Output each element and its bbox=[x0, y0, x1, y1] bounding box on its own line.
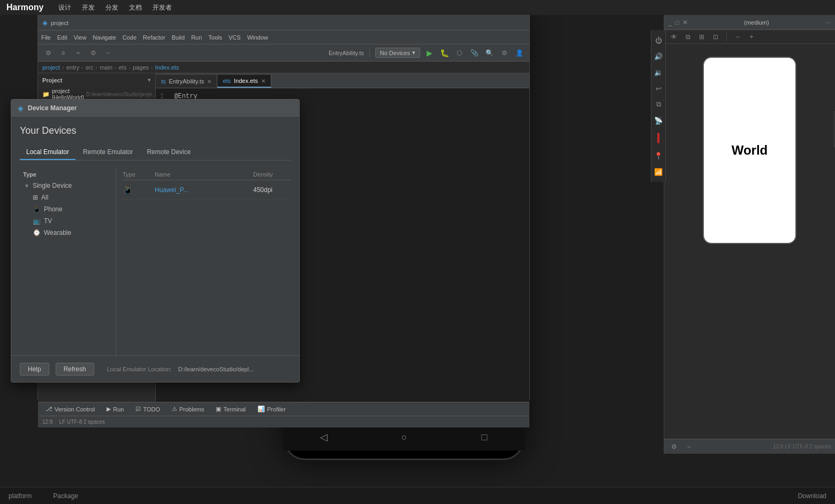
menu-vcs[interactable]: VCS bbox=[229, 34, 241, 41]
menu-edit[interactable]: Edit bbox=[57, 34, 67, 41]
rp-layers-icon[interactable]: ⧉ bbox=[682, 32, 693, 42]
col-density-header: Density bbox=[253, 171, 291, 178]
toolbar-gear2-icon[interactable]: ⚙ bbox=[498, 47, 510, 59]
tab-close-icon[interactable]: ✕ bbox=[207, 79, 211, 85]
run-button[interactable]: ▶ bbox=[423, 47, 435, 59]
editor-tabs: ts EntryAbility.ts ✕ ets Index.ets ✕ bbox=[156, 73, 529, 88]
toolbar-config-icon[interactable]: ≈ bbox=[72, 47, 84, 59]
no-devices-selector[interactable]: No Devices ▾ bbox=[375, 48, 420, 58]
tab-entryability[interactable]: ts EntryAbility.ts ✕ bbox=[156, 75, 217, 88]
dm-tree-tv[interactable]: 📺 TV bbox=[20, 215, 111, 227]
rp-zoom-in-icon[interactable]: + bbox=[746, 32, 757, 42]
project-panel-header: Project ▾ bbox=[40, 75, 153, 85]
rp-minus-btn[interactable]: − bbox=[684, 441, 694, 452]
side-copy-icon[interactable]: ⧉ bbox=[652, 98, 664, 110]
rp-grid2-icon[interactable]: ⊡ bbox=[710, 32, 721, 42]
harmony-nav-distribute[interactable]: 分发 bbox=[105, 3, 118, 12]
tab-profiler[interactable]: 📊 Profiler bbox=[252, 403, 291, 415]
tab-terminal[interactable]: ▣ Terminal bbox=[210, 403, 251, 415]
tab-run[interactable]: ▶ Run bbox=[101, 403, 129, 415]
dm-tab-remote-emulator[interactable]: Remote Emulator bbox=[77, 145, 139, 160]
harmony-nav-developer[interactable]: 开发者 bbox=[153, 3, 172, 12]
harmony-nav-develop[interactable]: 开发 bbox=[82, 3, 95, 12]
device-name: Huawei_P... bbox=[155, 186, 253, 194]
menu-build[interactable]: Build bbox=[172, 34, 185, 41]
rp-collapse-icon[interactable]: _ bbox=[669, 19, 672, 26]
rp-close-icon[interactable]: ✕ bbox=[682, 19, 688, 26]
side-power-icon[interactable]: ⏻ bbox=[652, 34, 664, 46]
debug-button[interactable]: 🐛 bbox=[438, 47, 450, 59]
menu-tools[interactable]: Tools bbox=[208, 34, 222, 41]
rp-eye-icon[interactable]: 👁 bbox=[669, 32, 679, 42]
dm-tree-all[interactable]: ⊞ All bbox=[20, 192, 111, 203]
bc-main[interactable]: main bbox=[100, 64, 112, 71]
menu-navigate[interactable]: Navigate bbox=[93, 34, 116, 41]
toolbar-user-icon[interactable]: 👤 bbox=[513, 47, 525, 59]
toolbar-search-icon[interactable]: 🔍 bbox=[483, 47, 495, 59]
rp-maximize-icon[interactable]: □ bbox=[675, 19, 679, 26]
tab-problems[interactable]: ⚠ Problems bbox=[166, 403, 209, 415]
todo-label: TODO bbox=[143, 406, 160, 413]
bc-entry[interactable]: entry bbox=[66, 64, 79, 71]
nav-home-icon[interactable]: ○ bbox=[398, 431, 410, 443]
dm-tab-local[interactable]: Local Emulator bbox=[20, 145, 75, 160]
dm-tabs: Local Emulator Remote Emulator Remote De… bbox=[20, 145, 291, 161]
menu-file[interactable]: File bbox=[41, 34, 51, 41]
harmony-nav-design[interactable]: 设计 bbox=[58, 3, 71, 12]
menu-refactor[interactable]: Refactor bbox=[143, 34, 165, 41]
menu-window[interactable]: Window bbox=[247, 34, 268, 41]
rp-grid-icon[interactable]: ⊞ bbox=[696, 32, 707, 42]
menu-code[interactable]: Code bbox=[123, 34, 136, 41]
phone-icon: 📱 bbox=[33, 205, 41, 213]
side-wifi-icon[interactable]: 📶 bbox=[652, 166, 664, 178]
refresh-button[interactable]: Refresh bbox=[56, 363, 94, 376]
menu-view[interactable]: View bbox=[74, 34, 87, 41]
toolbar-minus-icon[interactable]: − bbox=[102, 47, 114, 59]
bc-project[interactable]: project bbox=[42, 64, 60, 71]
tab-close2-icon[interactable]: ✕ bbox=[261, 78, 265, 84]
toolbar-sync-icon[interactable]: ≡ bbox=[57, 47, 69, 59]
bc-sep1: › bbox=[62, 64, 64, 71]
download-label: Download bbox=[798, 492, 826, 500]
rp-sep bbox=[726, 33, 727, 41]
side-broadcast-icon[interactable]: 📡 bbox=[652, 114, 664, 126]
toolbar-gear-icon[interactable]: ⚙ bbox=[87, 47, 99, 59]
tab-version-control[interactable]: ⎇ Version Control bbox=[40, 403, 100, 415]
right-panel: _ □ ✕ (medium) ··· 👁 ⧉ ⊞ ⊡ − + World ⚙ −… bbox=[664, 15, 835, 454]
status-encoding: LF UTF-8 2 spaces bbox=[59, 419, 105, 425]
dm-tree-wearable[interactable]: ⌚ Wearable bbox=[20, 227, 111, 239]
wearable-label: Wearable bbox=[44, 229, 71, 236]
help-button[interactable]: Help bbox=[20, 363, 49, 376]
bc-pages[interactable]: pages bbox=[133, 64, 149, 71]
side-back-icon[interactable]: ↩ bbox=[652, 82, 664, 94]
bc-ets[interactable]: ets bbox=[119, 64, 127, 71]
toolbar-settings-icon[interactable]: ⚙ bbox=[42, 47, 54, 59]
dm-tree-single-device[interactable]: ▼ Single Device bbox=[20, 180, 111, 192]
rp-more-icon[interactable]: ··· bbox=[825, 19, 831, 26]
project-root-path: D:\learn\devecoStudio\proje... bbox=[86, 91, 157, 97]
table-row[interactable]: 📱 Huawei_P... 450dpi bbox=[123, 180, 291, 200]
side-volume-up-icon[interactable]: 🔊 bbox=[652, 50, 664, 62]
tab-index[interactable]: ets Index.ets ✕ bbox=[217, 75, 271, 88]
package-label: Package bbox=[53, 492, 78, 500]
harmony-nav-docs[interactable]: 文档 bbox=[129, 3, 142, 12]
active-tab-label: EntryAbility.ts bbox=[329, 50, 364, 56]
profile-button[interactable]: ⬡ bbox=[453, 47, 465, 59]
nav-back-icon[interactable]: ◁ bbox=[318, 431, 330, 443]
dm-tree-phone[interactable]: 📱 Phone bbox=[20, 203, 111, 215]
nav-recents-icon[interactable]: □ bbox=[479, 431, 490, 443]
rp-settings-icon[interactable]: ⚙ bbox=[669, 441, 679, 452]
tab-todo[interactable]: ☑ TODO bbox=[130, 403, 165, 415]
bc-src[interactable]: src bbox=[86, 64, 94, 71]
rp-zoom-out-icon[interactable]: − bbox=[732, 32, 743, 42]
ide-statusbar: 12:8 LF UTF-8 2 spaces bbox=[38, 416, 529, 427]
side-location-icon[interactable]: 📍 bbox=[652, 150, 664, 162]
toolbar-attach-icon[interactable]: 📎 bbox=[468, 47, 480, 59]
menu-run[interactable]: Run bbox=[191, 34, 202, 41]
dm-content: Your Devices Local Emulator Remote Emula… bbox=[11, 117, 299, 365]
bc-file[interactable]: Index.ets bbox=[155, 64, 179, 71]
bc-sep3: › bbox=[96, 64, 98, 71]
dm-tab-remote-device[interactable]: Remote Device bbox=[140, 145, 197, 160]
preview-screen: World bbox=[704, 58, 795, 243]
side-volume-down-icon[interactable]: 🔉 bbox=[652, 66, 664, 78]
